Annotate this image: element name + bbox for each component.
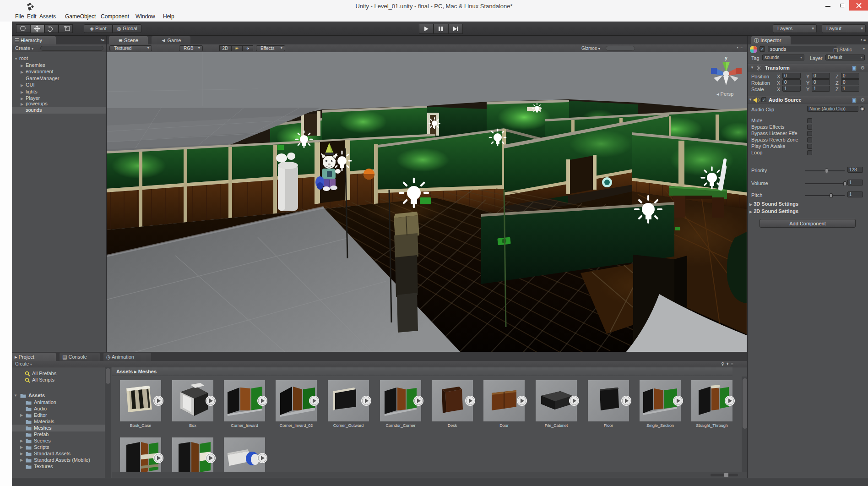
svg-text:y: y [725,55,728,60]
svg-text:◂ Persp: ◂ Persp [716,91,733,97]
